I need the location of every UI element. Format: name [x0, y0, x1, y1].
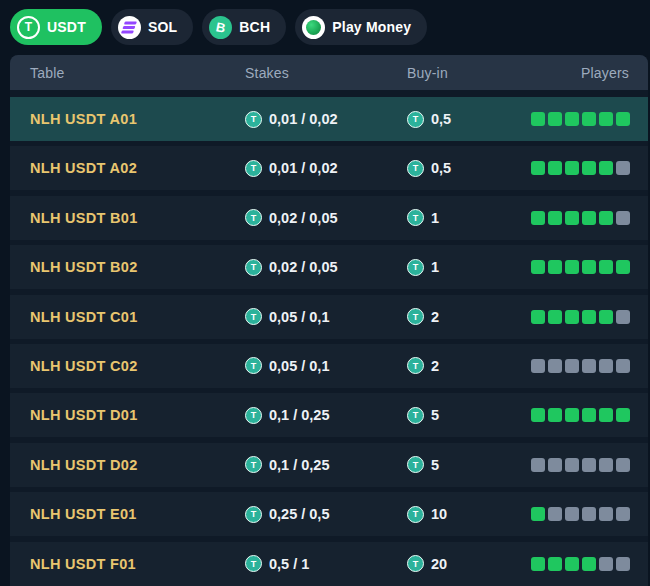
player-seat-empty	[616, 458, 630, 472]
player-seat-filled	[565, 310, 579, 324]
header-table: Table	[30, 55, 64, 90]
players-indicator	[531, 196, 630, 240]
table-row[interactable]: NLH USDT D01 T 0,1 / 0,25 T 5	[10, 393, 648, 437]
player-seat-filled	[531, 161, 545, 175]
players-indicator	[531, 542, 630, 586]
players-indicator	[531, 245, 630, 289]
buyin-value: 0,5	[431, 111, 451, 127]
tether-icon: T	[407, 555, 424, 572]
tether-icon: T	[407, 308, 424, 325]
buyin-value: 1	[431, 210, 439, 226]
table-name: NLH USDT D01	[30, 393, 138, 437]
stakes-value: 0,25 / 0,5	[269, 506, 329, 522]
player-seat-filled	[531, 310, 545, 324]
tether-icon: T	[407, 259, 424, 276]
player-seat-filled	[616, 408, 630, 422]
tether-icon: T	[245, 357, 262, 374]
player-seat-empty	[548, 458, 562, 472]
stakes-cell: T 0,01 / 0,02	[245, 146, 338, 190]
player-seat-filled	[548, 557, 562, 571]
player-seat-empty	[548, 359, 562, 373]
tether-icon: T	[245, 407, 262, 424]
bch-icon: B	[209, 16, 232, 39]
player-seat-filled	[565, 557, 579, 571]
player-seat-filled	[582, 408, 596, 422]
buyin-cell: T 10	[407, 492, 447, 536]
player-seat-empty	[565, 507, 579, 521]
stakes-cell: T 0,01 / 0,02	[245, 97, 338, 141]
players-indicator	[531, 295, 630, 339]
player-seat-empty	[616, 507, 630, 521]
table-row[interactable]: NLH USDT B01 T 0,02 / 0,05 T 1	[10, 196, 648, 240]
buyin-value: 5	[431, 457, 439, 473]
buyin-value: 0,5	[431, 160, 451, 176]
table-row[interactable]: NLH USDT A02 T 0,01 / 0,02 T 0,5	[10, 146, 648, 190]
tether-icon: T	[245, 308, 262, 325]
player-seat-empty	[599, 557, 613, 571]
player-seat-filled	[599, 161, 613, 175]
player-seat-filled	[599, 260, 613, 274]
stakes-cell: T 0,05 / 0,1	[245, 295, 329, 339]
player-seat-empty	[616, 359, 630, 373]
player-seat-filled	[531, 408, 545, 422]
stakes-value: 0,1 / 0,25	[269, 407, 329, 423]
buyin-value: 2	[431, 358, 439, 374]
players-indicator	[531, 344, 630, 388]
table-row[interactable]: NLH USDT E01 T 0,25 / 0,5 T 10	[10, 492, 648, 536]
header-stakes: Stakes	[245, 55, 289, 90]
tab-label: USDT	[47, 19, 86, 35]
buyin-cell: T 5	[407, 393, 439, 437]
player-seat-filled	[565, 161, 579, 175]
player-seat-empty	[616, 557, 630, 571]
player-seat-filled	[565, 112, 579, 126]
player-seat-empty	[599, 458, 613, 472]
player-seat-empty	[565, 458, 579, 472]
player-seat-empty	[616, 161, 630, 175]
player-seat-filled	[531, 211, 545, 225]
table-row[interactable]: NLH USDT C01 T 0,05 / 0,1 T 2	[10, 295, 648, 339]
tether-icon: T	[407, 160, 424, 177]
player-seat-filled	[582, 310, 596, 324]
buyin-value: 10	[431, 506, 447, 522]
table-name: NLH USDT E01	[30, 492, 137, 536]
stakes-value: 0,05 / 0,1	[269, 309, 329, 325]
player-seat-empty	[548, 507, 562, 521]
player-seat-empty	[531, 359, 545, 373]
tab-usdt[interactable]: T USDT	[10, 9, 102, 45]
tether-icon: T	[17, 16, 40, 39]
tab-label: Play Money	[332, 19, 411, 35]
table-name: NLH USDT B02	[30, 245, 138, 289]
player-seat-empty	[599, 507, 613, 521]
tether-icon: T	[407, 357, 424, 374]
buyin-cell: T 1	[407, 245, 439, 289]
stakes-value: 0,5 / 1	[269, 556, 309, 572]
tether-icon: T	[407, 209, 424, 226]
stakes-cell: T 0,05 / 0,1	[245, 344, 329, 388]
tether-icon: T	[245, 259, 262, 276]
table-row[interactable]: NLH USDT A01 T 0,01 / 0,02 T 0,5	[10, 97, 648, 141]
tab-play-money[interactable]: Play Money	[295, 9, 427, 45]
player-seat-filled	[599, 310, 613, 324]
tab-sol[interactable]: SOL	[111, 9, 193, 45]
player-seat-filled	[565, 408, 579, 422]
player-seat-empty	[531, 458, 545, 472]
header-players: Players	[581, 55, 629, 90]
tether-icon: T	[245, 111, 262, 128]
player-seat-filled	[548, 161, 562, 175]
tab-icon-letter: T	[25, 21, 33, 33]
table-row[interactable]: NLH USDT B02 T 0,02 / 0,05 T 1	[10, 245, 648, 289]
tether-icon: T	[407, 506, 424, 523]
buyin-cell: T 20	[407, 542, 447, 586]
players-indicator	[531, 492, 630, 536]
player-seat-filled	[548, 310, 562, 324]
tab-bch[interactable]: B BCH	[202, 9, 286, 45]
stakes-value: 0,02 / 0,05	[269, 210, 338, 226]
table-row[interactable]: NLH USDT C02 T 0,05 / 0,1 T 2	[10, 344, 648, 388]
player-seat-empty	[582, 458, 596, 472]
table-row[interactable]: NLH USDT F01 T 0,5 / 1 T 20	[10, 542, 648, 586]
table-row[interactable]: NLH USDT D02 T 0,1 / 0,25 T 5	[10, 443, 648, 487]
tether-icon: T	[407, 456, 424, 473]
player-seat-filled	[582, 557, 596, 571]
table-header: Table Stakes Buy-in Players	[10, 55, 648, 90]
buyin-cell: T 1	[407, 196, 439, 240]
